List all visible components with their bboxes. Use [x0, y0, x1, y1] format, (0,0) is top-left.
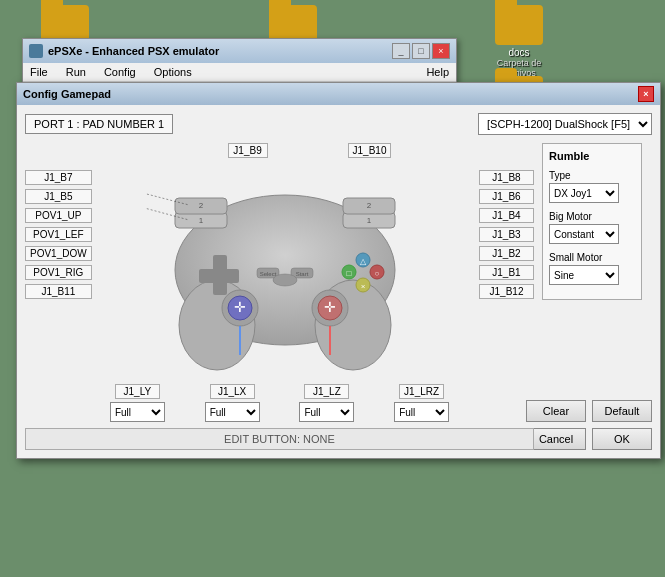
clear-default-row: Clear Default — [542, 400, 652, 422]
gamepad-area: J1_B9 J1_B10 J1_B7 J1_B5 POV1_UP POV1_LE… — [25, 143, 534, 450]
menu-run[interactable]: Run — [63, 65, 89, 79]
axis-col-ly: J1_LY Full — [110, 384, 165, 422]
axis-lrz[interactable]: J1_LRZ — [399, 384, 444, 399]
btn-b7[interactable]: J1_B7 — [25, 170, 92, 185]
svg-text:1: 1 — [199, 216, 204, 225]
rumble-small-motor-row: Small Motor Sine Constant Off — [549, 252, 635, 285]
epsxe-titlebar: ePSXe - Enhanced PSX emulator _ □ × — [23, 39, 456, 63]
folder-docs[interactable]: docs Carpeta de archivos — [484, 5, 554, 78]
folder-docs-icon — [495, 5, 543, 45]
rumble-type-select[interactable]: DX Joy1 DX Joy2 None — [549, 183, 619, 203]
config-titlebar: Config Gamepad × — [17, 83, 660, 105]
axis-col-lx: J1_LX Full — [205, 384, 260, 422]
epsxe-icon — [29, 44, 43, 58]
btn-pov-up[interactable]: POV1_UP — [25, 208, 92, 223]
rumble-title: Rumble — [549, 150, 635, 162]
rumble-type-label: Type — [549, 170, 635, 181]
left-button-labels: J1_B7 J1_B5 POV1_UP POV1_LEF POV1_DOW PO… — [25, 170, 92, 299]
epsxe-win-controls: _ □ × — [392, 43, 450, 59]
rumble-big-motor-label: Big Motor — [549, 211, 635, 222]
right-button-labels: J1_B8 J1_B6 J1_B4 J1_B3 J1_B2 J1_B1 J1_B… — [479, 170, 534, 299]
btn-pov-right[interactable]: POV1_RIG — [25, 265, 92, 280]
right-panel: Rumble Type DX Joy1 DX Joy2 None Big Mot… — [542, 143, 652, 450]
pad-select[interactable]: [SCPH-1200] DualShock [F5] — [478, 113, 652, 135]
svg-text:○: ○ — [375, 269, 380, 278]
btn-b3[interactable]: J1_B3 — [479, 227, 534, 242]
pad-select-container: [SCPH-1200] DualShock [F5] — [478, 113, 652, 135]
rumble-big-motor-row: Big Motor Constant Sine Off — [549, 211, 635, 244]
controller-visual: 1 2 1 2 Select Start — [96, 160, 475, 380]
menu-help[interactable]: Help — [423, 65, 452, 79]
port-label: PORT 1 : PAD NUMBER 1 — [25, 114, 173, 134]
axis-lx-select[interactable]: Full — [205, 402, 260, 422]
config-body: PORT 1 : PAD NUMBER 1 [SCPH-1200] DualSh… — [17, 105, 660, 458]
btn-b9[interactable]: J1_B9 — [228, 143, 268, 158]
menu-file[interactable]: File — [27, 65, 51, 79]
epsxe-close-btn[interactable]: × — [432, 43, 450, 59]
edit-button-bar: EDIT BUTTON: NONE — [25, 428, 534, 450]
controller-row: J1_B7 J1_B5 POV1_UP POV1_LEF POV1_DOW PO… — [25, 160, 534, 380]
folder-docs-label: docs — [508, 47, 529, 58]
config-dialog: Config Gamepad × PORT 1 : PAD NUMBER 1 [… — [16, 82, 661, 459]
btn-b6[interactable]: J1_B6 — [479, 189, 534, 204]
svg-text:×: × — [361, 282, 366, 291]
epsxe-menubar: File Run Config Options Help — [23, 63, 456, 82]
svg-text:△: △ — [360, 257, 367, 266]
ok-button[interactable]: OK — [592, 428, 652, 450]
svg-text:✛: ✛ — [324, 299, 336, 315]
default-button[interactable]: Default — [592, 400, 652, 422]
clear-button[interactable]: Clear — [526, 400, 586, 422]
rumble-big-motor-select[interactable]: Constant Sine Off — [549, 224, 619, 244]
svg-text:Select: Select — [260, 271, 277, 277]
btn-b2[interactable]: J1_B2 — [479, 246, 534, 261]
config-close-btn[interactable]: × — [638, 86, 654, 102]
svg-text:□: □ — [347, 269, 352, 278]
btn-b10[interactable]: J1_B10 — [348, 143, 392, 158]
menu-options[interactable]: Options — [151, 65, 195, 79]
epsxe-maximize-btn[interactable]: □ — [412, 43, 430, 59]
config-top-row: PORT 1 : PAD NUMBER 1 [SCPH-1200] DualSh… — [25, 113, 652, 135]
btn-b11[interactable]: J1_B11 — [25, 284, 92, 299]
btn-b4[interactable]: J1_B4 — [479, 208, 534, 223]
btn-pov-down[interactable]: POV1_DOW — [25, 246, 92, 261]
axis-lrz-select[interactable]: Full — [394, 402, 449, 422]
axis-lz-select[interactable]: Full — [299, 402, 354, 422]
axis-ly-select[interactable]: Full — [110, 402, 165, 422]
cancel-ok-row: Cancel OK — [542, 428, 652, 450]
btn-b1[interactable]: J1_B1 — [479, 265, 534, 280]
epsxe-title: ePSXe - Enhanced PSX emulator — [48, 45, 219, 57]
rumble-type-row: Type DX Joy1 DX Joy2 None — [549, 170, 635, 203]
controller-svg: 1 2 1 2 Select Start — [145, 160, 425, 380]
rumble-small-motor-label: Small Motor — [549, 252, 635, 263]
svg-text:1: 1 — [367, 216, 372, 225]
svg-rect-12 — [199, 269, 239, 283]
main-row: J1_B9 J1_B10 J1_B7 J1_B5 POV1_UP POV1_LE… — [25, 143, 652, 450]
epsxe-minimize-btn[interactable]: _ — [392, 43, 410, 59]
axis-col-lrz: J1_LRZ Full — [394, 384, 449, 422]
svg-point-31 — [273, 274, 297, 286]
axis-col-lz: J1_LZ Full — [299, 384, 354, 422]
axis-row: J1_LY Full J1_LX Full J1_LZ — [25, 384, 534, 422]
svg-text:Start: Start — [296, 271, 309, 277]
btn-pov-left[interactable]: POV1_LEF — [25, 227, 92, 242]
config-title: Config Gamepad — [23, 88, 111, 100]
svg-text:✛: ✛ — [234, 299, 246, 315]
axis-lx[interactable]: J1_LX — [210, 384, 255, 399]
btn-b12[interactable]: J1_B12 — [479, 284, 534, 299]
action-buttons-group: Clear Default Cancel OK — [542, 400, 652, 450]
svg-text:2: 2 — [367, 201, 372, 210]
rumble-panel: Rumble Type DX Joy1 DX Joy2 None Big Mot… — [542, 143, 642, 300]
axis-ly[interactable]: J1_LY — [115, 384, 160, 399]
rumble-small-motor-select[interactable]: Sine Constant Off — [549, 265, 619, 285]
cancel-button[interactable]: Cancel — [526, 428, 586, 450]
menu-config[interactable]: Config — [101, 65, 139, 79]
top-buttons-row: J1_B9 J1_B10 — [85, 143, 534, 158]
btn-b5[interactable]: J1_B5 — [25, 189, 92, 204]
axis-lz[interactable]: J1_LZ — [304, 384, 349, 399]
svg-text:2: 2 — [199, 201, 204, 210]
btn-b8[interactable]: J1_B8 — [479, 170, 534, 185]
